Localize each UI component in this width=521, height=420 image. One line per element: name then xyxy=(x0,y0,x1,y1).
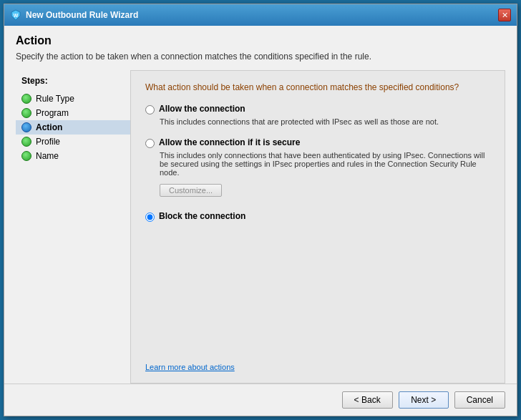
option-block-radio[interactable] xyxy=(145,213,155,222)
steps-label: Steps: xyxy=(16,76,130,86)
step-dot-profile xyxy=(21,137,31,147)
option-allow-secure-desc: This includes only connections that have… xyxy=(160,151,490,177)
option-allow-row: Allow the connection xyxy=(145,104,490,114)
main-row: Steps: Rule Type Program Action Profile xyxy=(16,70,505,384)
sidebar-item-name[interactable]: Name xyxy=(16,149,130,163)
page-title: Action xyxy=(16,34,505,47)
svg-text:W: W xyxy=(14,13,19,18)
question-text: What action should be taken when a conne… xyxy=(145,82,490,92)
step-dot-action xyxy=(21,122,31,132)
option-allow-secure-group: Allow the connection if it is secure Thi… xyxy=(145,137,490,197)
option-allow-secure-radio[interactable] xyxy=(145,139,155,148)
option-block-label[interactable]: Block the connection xyxy=(159,211,245,221)
sidebar-item-rule-type[interactable]: Rule Type xyxy=(16,92,130,106)
footer: < Back Next > Cancel xyxy=(4,384,517,416)
close-button[interactable]: ✕ xyxy=(498,9,511,21)
next-button[interactable]: Next > xyxy=(399,391,449,409)
title-bar-left: W New Outbound Rule Wizard xyxy=(10,9,138,21)
right-panel: What action should be taken when a conne… xyxy=(130,70,505,384)
wizard-icon: W xyxy=(10,9,21,21)
option-allow-label[interactable]: Allow the connection xyxy=(159,104,245,114)
option-block-row: Block the connection xyxy=(145,211,490,222)
step-label-program: Program xyxy=(36,108,69,118)
page-subtitle: Specify the action to be taken when a co… xyxy=(16,52,505,62)
step-dot-program xyxy=(21,108,31,118)
option-allow-secure-row: Allow the connection if it is secure xyxy=(145,137,490,148)
option-block-group: Block the connection xyxy=(145,211,490,225)
option-allow-radio[interactable] xyxy=(145,105,155,114)
sidebar-item-action[interactable]: Action xyxy=(16,120,130,135)
step-label-action: Action xyxy=(36,122,62,132)
option-allow-desc: This includes connections that are prote… xyxy=(160,117,490,126)
option-allow-group: Allow the connection This includes conne… xyxy=(145,104,490,129)
steps-panel: Steps: Rule Type Program Action Profile xyxy=(16,70,130,384)
step-dot-name xyxy=(21,151,31,161)
customize-button[interactable]: Customize... xyxy=(160,184,222,197)
back-button[interactable]: < Back xyxy=(342,391,393,409)
learn-more-link[interactable]: Learn more about actions xyxy=(145,351,490,371)
cancel-button[interactable]: Cancel xyxy=(454,391,505,409)
step-label-name: Name xyxy=(36,151,59,161)
content-area: Action Specify the action to be taken wh… xyxy=(4,26,517,384)
step-dot-rule-type xyxy=(21,94,31,104)
option-allow-secure-label[interactable]: Allow the connection if it is secure xyxy=(159,137,300,147)
sidebar-item-program[interactable]: Program xyxy=(16,106,130,120)
step-label-profile: Profile xyxy=(36,137,60,147)
title-bar: W New Outbound Rule Wizard ✕ xyxy=(4,4,517,26)
sidebar-item-profile[interactable]: Profile xyxy=(16,135,130,149)
step-label-rule-type: Rule Type xyxy=(36,94,74,104)
window-title: New Outbound Rule Wizard xyxy=(26,10,138,20)
wizard-window: W New Outbound Rule Wizard ✕ Action Spec… xyxy=(4,4,517,416)
